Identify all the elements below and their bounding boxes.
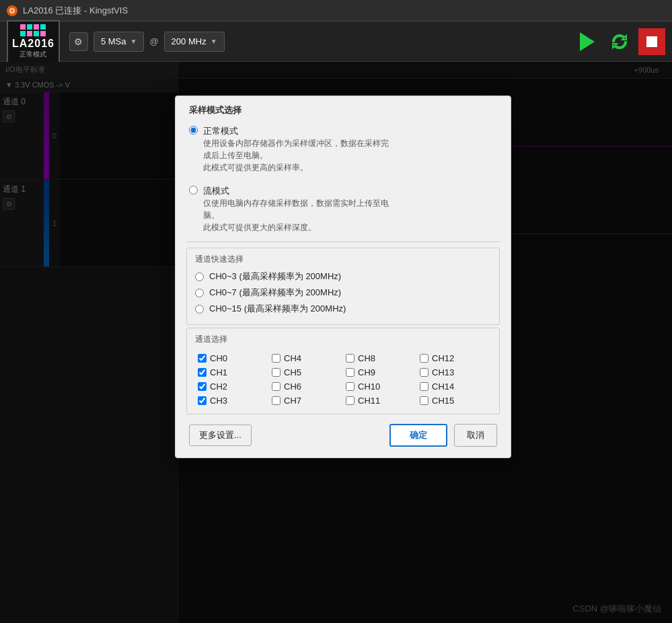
channel-item-ch10[interactable]: CH10 — [346, 381, 414, 392]
channel-checkbox-ch12[interactable] — [420, 354, 428, 363]
stop-icon — [646, 36, 657, 47]
channel-checkbox-ch3[interactable] — [198, 396, 207, 405]
channel-item-ch5[interactable]: CH5 — [272, 367, 340, 377]
channel-checkbox-ch5[interactable] — [272, 368, 281, 377]
channel-label-ch10[interactable]: CH10 — [358, 381, 380, 392]
dialog: 采样模式选择 正常模式 使用设备内部存储器作为采样缓冲区，数据在采样完成后上传至… — [175, 96, 511, 458]
play-button[interactable] — [574, 28, 601, 55]
channel-select-title: 通道选择 — [195, 334, 491, 345]
channel-item-ch9[interactable]: CH9 — [346, 367, 414, 377]
loop-icon — [611, 34, 628, 50]
quick-options-container: CH0~3 (最高采样频率为 200MHz)CH0~7 (最高采样频率为 200… — [195, 270, 491, 315]
main-area: I/O电平标准 ▼ 3.3V CMOS -> V 通道 0 ⚙ 0 通道 1 ⚙… — [0, 62, 672, 623]
quick-option-radio-0[interactable] — [195, 272, 204, 281]
frequency-dropdown[interactable]: 200 MHz ▼ — [164, 32, 225, 52]
logo-label: LA2016 — [12, 38, 54, 50]
stream-mode-radio[interactable] — [189, 186, 198, 194]
channel-checkbox-ch4[interactable] — [272, 354, 281, 363]
channel-item-ch1[interactable]: CH1 — [198, 367, 266, 377]
normal-mode-radio[interactable] — [189, 126, 198, 135]
quick-option-0[interactable]: CH0~3 (最高采样频率为 200MHz) — [195, 270, 491, 283]
channel-item-ch4[interactable]: CH4 — [272, 353, 340, 363]
channel-label-ch8[interactable]: CH8 — [358, 353, 375, 363]
gear-icon: ⚙ — [74, 36, 83, 47]
channel-checkbox-ch6[interactable] — [272, 382, 281, 391]
quick-option-label-2[interactable]: CH0~15 (最高采样频率为 200MHz) — [209, 303, 346, 315]
quick-option-radio-2[interactable] — [195, 305, 204, 314]
sample-rate-label: 5 MSa — [101, 36, 126, 46]
play-icon — [580, 32, 595, 51]
channel-item-ch7[interactable]: CH7 — [272, 396, 340, 406]
channel-item-ch3[interactable]: CH3 — [198, 396, 266, 406]
stream-mode-desc: 仅使用电脑内存存储采样数据，数据需实时上传至电脑。此模式可提供更大的采样深度。 — [203, 197, 389, 233]
normal-mode-option[interactable]: 正常模式 使用设备内部存储器作为采样缓冲区，数据在采样完成后上传至电脑。此模式可… — [176, 122, 511, 176]
channel-item-ch11[interactable]: CH11 — [346, 396, 414, 406]
divider-1 — [186, 242, 500, 242]
channel-item-ch14[interactable]: CH14 — [420, 381, 488, 392]
channel-item-ch0[interactable]: CH0 — [198, 353, 266, 363]
channel-label-ch5[interactable]: CH5 — [284, 367, 301, 377]
channel-checkbox-ch8[interactable] — [346, 354, 354, 363]
logo-grid — [20, 24, 46, 36]
stream-mode-option[interactable]: 流模式 仅使用电脑内存存储采样数据，数据需实时上传至电脑。此模式可提供更大的采样… — [176, 182, 511, 236]
channel-checkbox-ch13[interactable] — [420, 368, 428, 377]
channel-item-ch6[interactable]: CH6 — [272, 381, 340, 392]
channel-label-ch12[interactable]: CH12 — [432, 353, 454, 363]
cancel-button[interactable]: 取消 — [454, 424, 497, 447]
quick-option-label-0[interactable]: CH0~3 (最高采样频率为 200MHz) — [209, 270, 341, 283]
channel-label-ch11[interactable]: CH11 — [358, 396, 380, 406]
logo-cell-3 — [34, 24, 39, 30]
logo-cell-2 — [27, 24, 32, 30]
channel-checkbox-ch9[interactable] — [346, 368, 354, 377]
logo-cell-1 — [20, 24, 26, 30]
logo-box: LA2016 正常模式 — [7, 20, 60, 63]
logo-cell-6 — [27, 31, 32, 36]
quick-option-radio-1[interactable] — [195, 289, 204, 297]
channel-item-ch8[interactable]: CH8 — [346, 353, 414, 363]
toolbar: LA2016 正常模式 ⚙ 5 MSa ▼ @ 200 MHz ▼ — [0, 22, 672, 62]
channel-label-ch3[interactable]: CH3 — [210, 396, 227, 406]
channel-grid: CH0CH4CH8CH12CH1CH5CH9CH13CH2CH6CH10CH14… — [195, 351, 491, 408]
channel-checkbox-ch15[interactable] — [420, 396, 428, 405]
channel-label-ch13[interactable]: CH13 — [432, 367, 454, 377]
logo-cell-5 — [20, 31, 26, 36]
stop-button[interactable] — [638, 28, 665, 55]
quick-option-1[interactable]: CH0~7 (最高采样频率为 200MHz) — [195, 287, 491, 299]
channel-label-ch0[interactable]: CH0 — [210, 353, 227, 363]
channel-item-ch15[interactable]: CH15 — [420, 396, 488, 406]
confirm-button[interactable]: 确定 — [389, 424, 447, 447]
channel-checkbox-ch0[interactable] — [198, 354, 207, 363]
channel-checkbox-ch1[interactable] — [198, 368, 207, 377]
channel-checkbox-ch2[interactable] — [198, 382, 207, 391]
channel-label-ch14[interactable]: CH14 — [432, 381, 454, 392]
channel-label-ch9[interactable]: CH9 — [358, 367, 375, 377]
channel-select-section: 通道选择 CH0CH4CH8CH12CH1CH5CH9CH13CH2CH6CH1… — [186, 328, 500, 414]
channel-label-ch2[interactable]: CH2 — [210, 381, 227, 392]
more-settings-button[interactable]: 更多设置... — [189, 425, 252, 446]
channel-label-ch7[interactable]: CH7 — [284, 396, 301, 406]
sample-rate-dropdown[interactable]: 5 MSa ▼ — [94, 32, 144, 52]
channel-item-ch2[interactable]: CH2 — [198, 381, 266, 392]
gear-button[interactable]: ⚙ — [69, 32, 88, 51]
channel-checkbox-ch10[interactable] — [346, 382, 354, 391]
channel-checkbox-ch11[interactable] — [346, 396, 354, 405]
at-label: @ — [149, 36, 158, 46]
quick-option-2[interactable]: CH0~15 (最高采样频率为 200MHz) — [195, 303, 491, 315]
channel-checkbox-ch7[interactable] — [272, 396, 281, 405]
channel-checkbox-ch14[interactable] — [420, 382, 428, 391]
normal-mode-desc: 使用设备内部存储器作为采样缓冲区，数据在采样完成后上传至电脑。此模式可提供更高的… — [203, 137, 389, 174]
channel-label-ch4[interactable]: CH4 — [284, 353, 301, 363]
loop-button[interactable] — [606, 28, 633, 55]
dialog-title: 采样模式选择 — [176, 96, 511, 122]
channel-label-ch6[interactable]: CH6 — [284, 381, 301, 392]
channel-label-ch1[interactable]: CH1 — [210, 367, 227, 377]
normal-mode-label[interactable]: 正常模式 — [203, 126, 238, 136]
stream-mode-label[interactable]: 流模式 — [203, 186, 229, 196]
confirm-cancel-group: 确定 取消 — [389, 424, 497, 447]
channel-item-ch12[interactable]: CH12 — [420, 353, 488, 363]
app-icon — [7, 5, 17, 16]
title-bar-text: LA2016 已连接 - KingstVIS — [23, 5, 128, 17]
channel-label-ch15[interactable]: CH15 — [432, 396, 454, 406]
channel-item-ch13[interactable]: CH13 — [420, 367, 488, 377]
quick-option-label-1[interactable]: CH0~7 (最高采样频率为 200MHz) — [209, 287, 341, 299]
